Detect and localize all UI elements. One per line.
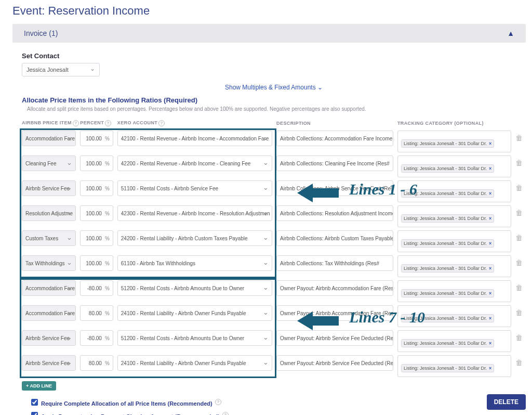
- xero-account-select[interactable]: 51200 - Rental Costs - Airbnb Amounts Du…: [117, 280, 272, 296]
- tracking-category-input[interactable]: Listing: Jessica Jonesalt - 301 Dollar D…: [397, 131, 511, 152]
- percent-input[interactable]: -80.00%: [80, 280, 113, 296]
- annotation-text-2: Lines 7 - 10: [349, 308, 425, 326]
- trash-icon[interactable]: 🗑: [515, 330, 522, 342]
- percent-input[interactable]: 100.00%: [80, 230, 113, 246]
- percent-input[interactable]: 80.00%: [80, 305, 113, 321]
- trash-icon[interactable]: 🗑: [515, 205, 522, 217]
- remove-tag-icon[interactable]: ×: [489, 366, 491, 371]
- price-item-select[interactable]: Tax Withholdings: [22, 255, 76, 271]
- xero-account-select[interactable]: 42300 - Rental Revenue - Airbnb Income -…: [117, 205, 272, 221]
- tracking-tag: Listing: Jessica Jonesalt - 301 Dollar D…: [401, 239, 494, 248]
- col-percent-header: PERCENT: [80, 120, 104, 125]
- price-item-select[interactable]: Custom Taxes: [22, 230, 76, 246]
- xero-account-select[interactable]: 51200 - Rental Costs - Airbnb Amounts Du…: [117, 330, 272, 346]
- xero-account-select[interactable]: 61100 - Airbnb Tax Withholdings: [117, 255, 272, 271]
- add-line-button[interactable]: + ADD LINE: [22, 381, 56, 391]
- remove-tag-icon[interactable]: ×: [489, 241, 491, 246]
- description-input[interactable]: Airbnb Collections: Tax Withholdings (Re…: [276, 255, 393, 271]
- remove-tag-icon[interactable]: ×: [489, 291, 491, 296]
- invoice-accordion-header[interactable]: Invoice (1) ▲: [12, 24, 526, 43]
- xero-account-select[interactable]: 24100 - Rental Liability - Airbnb Owner …: [117, 305, 272, 321]
- table-row: Accommodation Fare100.00%42100 - Rental …: [22, 131, 526, 152]
- check-apply-payment-box[interactable]: [31, 412, 38, 415]
- price-item-select[interactable]: Accommodation Fare: [22, 305, 76, 321]
- col-description-header: DESCRIPTION: [276, 121, 311, 126]
- percent-input[interactable]: 100.00%: [80, 255, 113, 271]
- help-icon[interactable]: ?: [158, 120, 165, 126]
- table-row: Airbnb Service Fee-80.00%51200 - Rental …: [22, 330, 526, 352]
- allocation-table: AIRBNB PRICE ITEM? PERCENT? XERO ACCOUNT…: [22, 117, 526, 380]
- description-input[interactable]: Owner Payout: Airbnb Service Fee Deducte…: [276, 355, 393, 371]
- help-icon[interactable]: ?: [105, 120, 111, 126]
- xero-account-select[interactable]: 42200 - Rental Revenue - Airbnb Income -…: [117, 155, 272, 171]
- percent-input[interactable]: -80.00%: [80, 330, 113, 346]
- trash-icon[interactable]: 🗑: [515, 155, 522, 167]
- table-row: Accommodation Fare-80.00%51200 - Rental …: [22, 280, 526, 302]
- description-input[interactable]: Airbnb Collections: Resolution Adjustmen…: [276, 205, 393, 221]
- xero-account-select[interactable]: 42100 - Rental Revenue - Airbnb Income -…: [117, 131, 272, 146]
- set-contact-label: Set Contact: [22, 52, 526, 60]
- tracking-category-input[interactable]: Listing: Jessica Jonesalt - 301 Dollar D…: [397, 255, 511, 277]
- tracking-category-input[interactable]: Listing: Jessica Jonesalt - 301 Dollar D…: [397, 205, 511, 227]
- price-item-select[interactable]: Accommodation Fare: [22, 280, 76, 296]
- help-icon[interactable]: ?: [73, 120, 79, 126]
- xero-account-select[interactable]: 24200 - Rental Liability - Airbnb Custom…: [117, 230, 272, 246]
- tracking-tag: Listing: Jessica Jonesalt - 301 Dollar D…: [401, 289, 494, 297]
- price-item-select[interactable]: Resolution Adjustme: [22, 205, 76, 221]
- trash-icon[interactable]: 🗑: [515, 305, 522, 317]
- table-row: Resolution Adjustme100.00%42300 - Rental…: [22, 205, 526, 227]
- price-item-select[interactable]: Airbnb Service Fee: [22, 180, 76, 196]
- col-item-header: AIRBNB PRICE ITEM: [22, 120, 72, 125]
- description-input[interactable]: Owner Payout: Airbnb Accommodation Fare …: [276, 280, 393, 296]
- col-account-header: XERO ACCOUNT: [117, 120, 157, 125]
- price-item-select[interactable]: Airbnb Service Fee: [22, 355, 76, 371]
- price-item-select[interactable]: Accommodation Fare: [22, 131, 76, 146]
- check-apply-payment[interactable]: Apply Payment using Payment Clearing Acc…: [31, 412, 526, 415]
- trash-icon[interactable]: 🗑: [515, 180, 522, 192]
- xero-account-select[interactable]: 51100 - Rental Costs - Airbnb Service Fe…: [117, 180, 272, 196]
- description-input[interactable]: Airbnb Collections: Cleaning Fee Income …: [276, 155, 393, 171]
- tracking-category-input[interactable]: Listing: Jessica Jonesalt - 301 Dollar D…: [397, 230, 511, 252]
- remove-tag-icon[interactable]: ×: [489, 216, 491, 221]
- show-multiples-link[interactable]: Show Multiples & Fixed Amounts ⌄: [225, 84, 323, 91]
- percent-input[interactable]: 100.00%: [80, 131, 113, 146]
- description-input[interactable]: Airbnb Collections: Airbnb Custom Taxes …: [276, 230, 393, 246]
- remove-tag-icon[interactable]: ×: [489, 191, 491, 196]
- allocate-heading: Allocate Price Items in the Following Ra…: [22, 96, 526, 104]
- trash-icon[interactable]: 🗑: [515, 131, 522, 142]
- percent-input[interactable]: 80.00%: [80, 355, 113, 371]
- table-row: Airbnb Service Fee100.00%51100 - Rental …: [22, 180, 526, 202]
- percent-input[interactable]: 100.00%: [80, 180, 113, 196]
- table-row: Airbnb Service Fee80.00%24100 - Rental L…: [22, 355, 526, 377]
- check-complete-allocation[interactable]: Require Complete Allocation of all Price…: [31, 399, 526, 407]
- description-input[interactable]: Owner Payout: Airbnb Service Fee Deducte…: [276, 330, 393, 346]
- price-item-select[interactable]: Cleaning Fee: [22, 155, 76, 171]
- check-complete-allocation-box[interactable]: [31, 399, 38, 406]
- description-input[interactable]: Airbnb Collections: Accommodation Fare I…: [276, 131, 393, 146]
- remove-tag-icon[interactable]: ×: [489, 166, 491, 171]
- trash-icon[interactable]: 🗑: [515, 355, 522, 367]
- help-icon[interactable]: ?: [222, 412, 229, 415]
- remove-tag-icon[interactable]: ×: [489, 141, 491, 146]
- annotation-text-1: Lines 1 - 6: [349, 180, 417, 198]
- table-row: Tax Withholdings100.00%61100 - Airbnb Ta…: [22, 255, 526, 277]
- price-item-select[interactable]: Airbnb Service Fee: [22, 330, 76, 346]
- tracking-tag: Listing: Jessica Jonesalt - 301 Dollar D…: [401, 139, 494, 148]
- contact-select[interactable]: Jessica Jonesalt: [22, 63, 100, 76]
- delete-button[interactable]: DELETE: [487, 394, 526, 410]
- remove-tag-icon[interactable]: ×: [489, 266, 491, 271]
- trash-icon[interactable]: 🗑: [515, 280, 522, 292]
- percent-input[interactable]: 100.00%: [80, 155, 113, 171]
- tracking-category-input[interactable]: Listing: Jessica Jonesalt - 301 Dollar D…: [397, 155, 511, 177]
- tracking-category-input[interactable]: Listing: Jessica Jonesalt - 301 Dollar D…: [397, 280, 511, 302]
- tracking-category-input[interactable]: Listing: Jessica Jonesalt - 301 Dollar D…: [397, 355, 511, 377]
- percent-input[interactable]: 100.00%: [80, 205, 113, 221]
- remove-tag-icon[interactable]: ×: [489, 316, 491, 321]
- trash-icon[interactable]: 🗑: [515, 230, 522, 242]
- tracking-category-input[interactable]: Listing: Jessica Jonesalt - 301 Dollar D…: [397, 330, 511, 352]
- xero-account-select[interactable]: 24100 - Rental Liability - Airbnb Owner …: [117, 355, 272, 371]
- trash-icon[interactable]: 🗑: [515, 255, 522, 267]
- contact-value: Jessica Jonesalt: [26, 67, 69, 73]
- help-icon[interactable]: ?: [215, 399, 221, 405]
- remove-tag-icon[interactable]: ×: [489, 341, 491, 346]
